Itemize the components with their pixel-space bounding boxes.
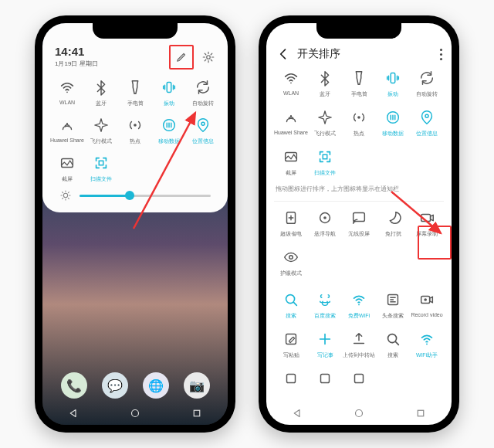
eye-icon — [281, 247, 301, 267]
brightness-icon — [59, 189, 72, 202]
nav-back[interactable] — [66, 406, 80, 420]
notch — [93, 22, 178, 39]
qs-tile-save[interactable]: 超级省电 — [274, 208, 308, 238]
qs-tile-scan[interactable]: 扫描文件 — [308, 147, 342, 177]
qs-tile-baidu[interactable]: 百度搜索 — [308, 290, 342, 320]
qs-tile-data[interactable]: 移动数据 — [376, 107, 410, 137]
dock-app-camera[interactable]: 📷 — [184, 372, 210, 399]
qs-tile-hshare[interactable]: Huawei Share — [50, 115, 84, 145]
qs-tile-recv[interactable]: Record video — [410, 290, 444, 320]
qs-tile-shot[interactable]: 截屏 — [274, 147, 308, 177]
shot-icon — [281, 147, 301, 167]
nav-back[interactable] — [290, 406, 304, 420]
divider — [274, 201, 444, 202]
qs-tile-vibe[interactable]: 振动 — [152, 77, 186, 107]
clock-time: 14:41 — [55, 45, 98, 58]
screen-right: 开关排序 WLAN蓝牙手电筒振动自动旋转Huawei Share飞行模式热点移动… — [266, 23, 452, 425]
tile-label: 头条搜索 — [382, 312, 404, 320]
qs-tile-loc[interactable]: 位置信息 — [186, 115, 220, 145]
dock-app-browser[interactable]: 🌐 — [143, 372, 169, 399]
rotate-icon — [193, 77, 213, 97]
bt-icon — [91, 77, 111, 97]
qs-tile-torch[interactable]: 手电筒 — [118, 77, 152, 107]
tile-label: WLAN — [59, 100, 75, 105]
qs-tile-loc[interactable]: 位置信息 — [410, 107, 444, 137]
gear-icon[interactable] — [201, 50, 215, 64]
tile-label: 超级省电 — [280, 230, 302, 238]
tile-label: 无线投屏 — [348, 230, 370, 238]
qs-tile-x1[interactable] — [274, 368, 308, 391]
notch — [316, 22, 401, 39]
tile-label: 振动 — [164, 100, 174, 107]
tile-label: 手电筒 — [127, 100, 144, 107]
qs-tile-vibe[interactable]: 振动 — [376, 68, 410, 98]
tile-label: 移动数据 — [382, 130, 404, 137]
qs-tile-wlan[interactable]: WLAN — [274, 68, 308, 98]
qs-tile-scan[interactable]: 扫描文件 — [84, 153, 118, 183]
nav-recent[interactable] — [190, 406, 204, 420]
hot-icon — [349, 107, 369, 127]
qs-tile-bt[interactable]: 蓝牙 — [308, 68, 342, 98]
torch-icon — [349, 68, 369, 88]
tile-label: 写粘贴 — [283, 351, 299, 359]
rotate-icon — [417, 68, 437, 88]
qs-tile-head[interactable]: 头条搜索 — [376, 290, 410, 320]
srch2-icon — [383, 329, 403, 349]
tile-label: 截屏 — [286, 169, 296, 177]
qs-tile-eye[interactable]: 护眼模式 — [274, 247, 308, 277]
dock-app-phone[interactable]: 📞 — [61, 372, 87, 399]
tile-label: 自动旋转 — [416, 90, 438, 98]
tile-label: 移动数据 — [158, 137, 180, 145]
tile-label: 免费WiFi — [348, 312, 370, 320]
baidu-icon — [315, 290, 335, 310]
qs-tile-wifia[interactable]: WiFi助手 — [410, 329, 444, 359]
tile-label: Huawei Share — [274, 130, 308, 135]
qs-tile-search[interactable]: 搜索 — [274, 290, 308, 320]
tile-label: 热点 — [354, 130, 364, 137]
qs-tile-clip[interactable]: 写粘贴 — [274, 329, 308, 359]
overflow-menu[interactable] — [440, 49, 442, 60]
qs-tile-upload[interactable]: 上传到中转站 — [342, 329, 376, 359]
qs-tile-bt[interactable]: 蓝牙 — [84, 77, 118, 107]
qs-tile-x2[interactable] — [308, 368, 342, 391]
qs-tile-rotate[interactable]: 自动旋转 — [186, 77, 220, 107]
wifi-icon — [349, 290, 369, 310]
qs-tile-srch2[interactable]: 搜索 — [376, 329, 410, 359]
qs-tile-plane[interactable]: 飞行模式 — [308, 107, 342, 137]
qs-tile-note[interactable]: 写记事 — [308, 329, 342, 359]
plane-icon — [91, 115, 111, 135]
nav-home[interactable] — [128, 406, 142, 420]
tile-label: 写记事 — [317, 351, 333, 359]
brightness-slider[interactable] — [80, 195, 211, 197]
qs-tile-wlan[interactable]: WLAN — [50, 77, 84, 107]
qs-tile-float[interactable]: 悬浮导航 — [308, 208, 342, 238]
wifia-icon — [417, 329, 437, 349]
edit-tiles-button[interactable] — [169, 45, 194, 70]
back-button[interactable] — [276, 46, 291, 62]
tile-label: 振动 — [387, 90, 398, 98]
qs-tile-cast[interactable]: 无线投屏 — [342, 208, 376, 238]
qs-tile-dnd[interactable]: 免打扰 — [376, 208, 410, 238]
dock-app-msg[interactable]: 💬 — [102, 372, 128, 399]
vibe-icon — [159, 77, 179, 97]
qs-tile-wifi[interactable]: 免费WiFi — [342, 290, 376, 320]
qs-tile-hshare[interactable]: Huawei Share — [274, 107, 308, 137]
tile-label: 搜索 — [286, 312, 296, 320]
pencil-icon — [174, 50, 188, 64]
dock: 📞💬🌐📷 — [42, 372, 228, 399]
qs-tile-hot[interactable]: 热点 — [342, 107, 376, 137]
qs-tile-rotate[interactable]: 自动旋转 — [410, 68, 444, 98]
tile-label: Huawei Share — [50, 137, 84, 143]
nav-recent[interactable] — [414, 406, 428, 420]
qs-tile-data[interactable]: 移动数据 — [152, 115, 186, 145]
tile-label: 自动旋转 — [192, 100, 214, 107]
nav-home[interactable] — [352, 406, 366, 420]
qs-tile-x3[interactable] — [342, 368, 376, 391]
qs-tile-hot[interactable]: 热点 — [118, 115, 152, 145]
qs-tile-plane[interactable]: 飞行模式 — [84, 115, 118, 145]
data-icon — [383, 107, 403, 127]
vibe-icon — [383, 68, 403, 88]
hshare-icon — [57, 115, 77, 135]
qs-tile-shot[interactable]: 截屏 — [50, 153, 84, 183]
qs-tile-torch[interactable]: 手电筒 — [342, 68, 376, 98]
